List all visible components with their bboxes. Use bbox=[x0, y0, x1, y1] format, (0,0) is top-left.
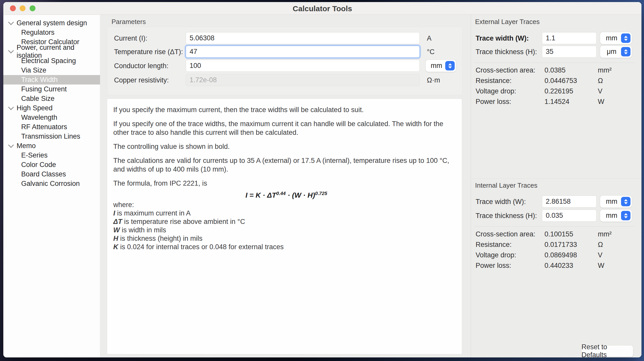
external-trace-thickness-row: Trace thickness (H): μm bbox=[471, 46, 641, 58]
definition-line: ΔT is temperature rise above ambient in … bbox=[113, 218, 456, 226]
current-label: Current (I): bbox=[114, 34, 147, 42]
external-layer-traces-label: External Layer Traces bbox=[475, 18, 540, 26]
track-width-calculator-panel: Parameters Current (I): A Temperature ri… bbox=[100, 15, 471, 357]
window-titlebar: Calculator Tools bbox=[3, 2, 641, 15]
calculator-tools-window: Calculator Tools General system design R… bbox=[3, 2, 641, 357]
result-row: Voltage drop:0.226195V bbox=[471, 86, 641, 97]
sidebar-item-label: Memo bbox=[17, 142, 36, 150]
where-label: where: bbox=[113, 201, 456, 209]
external-trace-thickness-label: Trace thickness (H): bbox=[476, 48, 537, 56]
sidebar-item[interactable]: Power, current and isolation bbox=[3, 47, 100, 56]
help-paragraph: If you specify the maximum current, then… bbox=[113, 105, 456, 114]
definition-line: W is width in mils bbox=[113, 226, 456, 234]
current-unit-label: A bbox=[427, 34, 431, 42]
sidebar-item-label: Track Width bbox=[21, 76, 58, 84]
conductor-length-row: Conductor length: mm bbox=[100, 60, 471, 72]
sidebar-item-label: Regulators bbox=[21, 29, 55, 37]
chevron-down-icon[interactable] bbox=[8, 142, 14, 148]
definition-line: H is thickness (height) in mils bbox=[113, 234, 456, 243]
conductor-length-unit-dropdown[interactable]: mm bbox=[426, 60, 456, 72]
stepper-arrows-icon bbox=[621, 197, 630, 206]
sidebar-item[interactable]: Board Classes bbox=[3, 170, 100, 179]
sidebar-item[interactable]: E-Series bbox=[3, 151, 100, 160]
sidebar-item[interactable]: Via Size bbox=[3, 66, 100, 75]
sidebar-item[interactable]: Wavelength bbox=[3, 113, 100, 122]
result-row: Power loss:0.440233W bbox=[471, 260, 641, 271]
conductor-length-unit-value: mm bbox=[426, 62, 445, 70]
conductor-length-input[interactable] bbox=[186, 60, 420, 72]
external-divider bbox=[475, 63, 635, 63]
sidebar-item[interactable]: Fusing Current bbox=[3, 85, 100, 94]
external-trace-thickness-input[interactable] bbox=[542, 46, 597, 58]
sidebar-item-label: Board Classes bbox=[21, 170, 66, 178]
temperature-rise-label: Temperature rise (ΔT): bbox=[114, 48, 183, 56]
internal-trace-thickness-unit-dropdown[interactable]: mm bbox=[600, 210, 632, 222]
sidebar-item[interactable]: Color Code bbox=[3, 160, 100, 170]
parameters-section-label: Parameters bbox=[112, 18, 146, 26]
sidebar-item-label: Color Code bbox=[21, 161, 56, 169]
current-input[interactable] bbox=[186, 32, 420, 44]
chevron-down-icon[interactable] bbox=[8, 19, 14, 25]
reset-to-defaults-button[interactable]: Reset to Defaults bbox=[581, 345, 633, 357]
sidebar-item-label: RF Attenuators bbox=[21, 123, 67, 131]
internal-results: Cross-section area:0.100155mm² Resistanc… bbox=[471, 229, 641, 271]
internal-trace-thickness-input[interactable] bbox=[542, 210, 597, 222]
sidebar-item-label: High Speed bbox=[17, 104, 53, 112]
external-trace-width-row: Trace width (W): mm bbox=[471, 32, 641, 44]
sidebar-item[interactable]: Cable Size bbox=[3, 94, 100, 103]
sidebar-item[interactable]: Regulators bbox=[3, 28, 100, 37]
current-row: Current (I): A bbox=[100, 32, 471, 44]
result-row: Resistance:0.0171733Ω bbox=[471, 239, 641, 250]
result-row: Power loss:1.14524W bbox=[471, 97, 641, 107]
formula-intro: The formula, from IPC 2221, is bbox=[113, 179, 456, 188]
chevron-down-icon[interactable] bbox=[8, 48, 14, 54]
result-row: Voltage drop:0.0869498V bbox=[471, 250, 641, 260]
stepper-arrows-icon bbox=[621, 47, 630, 56]
external-trace-width-unit-dropdown[interactable]: mm bbox=[600, 32, 632, 44]
definition-line: I is maximum current in A bbox=[113, 209, 456, 218]
external-trace-thickness-unit-dropdown[interactable]: μm bbox=[600, 46, 632, 58]
internal-trace-width-row: Trace width (W): mm bbox=[471, 196, 641, 208]
temperature-rise-row: Temperature rise (ΔT): °C bbox=[100, 46, 471, 58]
window-title: Calculator Tools bbox=[3, 4, 641, 13]
temperature-rise-input[interactable] bbox=[186, 46, 420, 58]
sidebar-item-label: E-Series bbox=[21, 151, 48, 159]
sidebar-item[interactable]: General system design bbox=[3, 18, 100, 28]
sidebar-item[interactable]: RF Attenuators bbox=[3, 122, 100, 132]
internal-trace-thickness-row: Trace thickness (H): mm bbox=[471, 210, 641, 222]
external-trace-width-label: Trace width (W): bbox=[476, 34, 529, 42]
internal-trace-width-input[interactable] bbox=[542, 196, 597, 208]
sidebar-item-label: Cable Size bbox=[21, 95, 55, 103]
sidebar-item[interactable]: High Speed bbox=[3, 103, 100, 113]
internal-trace-thickness-label: Trace thickness (H): bbox=[476, 212, 537, 220]
sidebar-item-label: Electrical Spacing bbox=[21, 57, 76, 65]
sidebar-item[interactable]: Galvanic Corrosion bbox=[3, 179, 100, 188]
internal-layer-traces-label: Internal Layer Traces bbox=[475, 182, 537, 189]
stepper-arrows-icon bbox=[621, 33, 630, 43]
internal-trace-width-unit-dropdown[interactable]: mm bbox=[600, 196, 632, 208]
temperature-rise-unit-label: °C bbox=[427, 48, 435, 56]
help-paragraph: If you specify one of the trace widths, … bbox=[113, 119, 456, 137]
chevron-down-icon[interactable] bbox=[8, 104, 14, 110]
calculator-tree-sidebar: General system design Regulators Resisto… bbox=[3, 15, 100, 357]
sidebar-item[interactable]: Memo bbox=[3, 141, 100, 151]
external-results: Cross-section area:0.0385mm² Resistance:… bbox=[471, 65, 641, 107]
copper-resistivity-unit-label: Ω·m bbox=[427, 76, 440, 84]
copper-resistivity-input bbox=[186, 74, 420, 86]
copper-resistivity-row: Copper resistivity: Ω·m bbox=[100, 74, 471, 86]
sidebar-item[interactable]: Transmission Lines bbox=[3, 132, 100, 141]
sidebar-item-label: Via Size bbox=[21, 66, 46, 74]
help-paragraph: The calculations are valid for currents … bbox=[113, 156, 456, 174]
sidebar-item-label: Galvanic Corrosion bbox=[21, 180, 80, 188]
sidebar-item-label: Fusing Current bbox=[21, 85, 67, 93]
sidebar-item-label: Transmission Lines bbox=[21, 133, 80, 140]
internal-trace-width-label: Trace width (W): bbox=[476, 198, 526, 206]
result-row: Cross-section area:0.100155mm² bbox=[471, 229, 641, 239]
result-row: Resistance:0.0446753Ω bbox=[471, 76, 641, 86]
results-panel: External Layer Traces Trace width (W): m… bbox=[471, 15, 641, 357]
external-trace-width-input[interactable] bbox=[542, 32, 597, 44]
stepper-arrows-icon bbox=[621, 211, 630, 220]
sidebar-item[interactable]: Track Width bbox=[3, 75, 100, 85]
stepper-arrows-icon bbox=[445, 61, 455, 70]
result-row: Cross-section area:0.0385mm² bbox=[471, 65, 641, 76]
